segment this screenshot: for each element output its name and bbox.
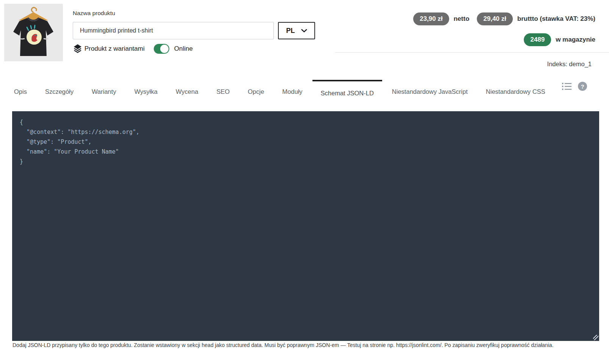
variants-label: Produkt z wariantami (84, 45, 145, 53)
net-price-label: netto (454, 15, 470, 23)
stock-count-badge: 2489 (524, 33, 551, 46)
net-price-badge: 23,90 zł (413, 12, 449, 25)
tab-tools: ? (562, 82, 587, 91)
json-ld-editor[interactable]: { "@context": "https://schema.org", "@ty… (12, 111, 599, 341)
variants-row: Produkt z wariantami Online (73, 43, 193, 54)
product-index: Indeks: demo_1 (547, 61, 592, 68)
tab-wycena[interactable]: Wycena (176, 88, 198, 95)
tab-niestandardowy-javascript[interactable]: Niestandardowy JavaScript (392, 88, 468, 95)
language-code: PL (286, 27, 295, 35)
stock-label: w magazynie (556, 36, 595, 44)
product-thumbnail[interactable] (4, 4, 63, 61)
stock-row: 2489 w magazynie (524, 33, 595, 46)
language-selector[interactable]: PL (278, 22, 315, 39)
header-divider (335, 52, 609, 53)
chevron-down-icon (301, 29, 307, 33)
variants-icon (73, 44, 82, 53)
price-row: 23,90 zł netto 29,40 zł bruttto (stawka … (413, 12, 595, 25)
online-toggle[interactable] (154, 44, 169, 54)
product-edit-page: Nazwa produktu PL Produkt z wariantami O… (0, 0, 609, 364)
gross-price-badge: 29,40 zł (477, 12, 513, 25)
tab-opis[interactable]: Opis (14, 88, 27, 95)
product-name-input[interactable] (73, 22, 274, 39)
product-tabbar: Opis Szczegóły Warianty Wysyłka Wycena S… (14, 88, 545, 95)
json-ld-help-text: Dodaj JSON-LD przypisany tylko do tego p… (12, 342, 603, 348)
tab-seo[interactable]: SEO (216, 88, 230, 95)
tab-moduly[interactable]: Moduły (282, 88, 302, 95)
tab-szczegoly[interactable]: Szczegóły (45, 88, 73, 95)
help-icon[interactable]: ? (578, 82, 587, 91)
online-label: Online (174, 45, 193, 53)
tab-opcje[interactable]: Opcje (248, 88, 264, 95)
t-shirt-image (4, 4, 63, 61)
product-name-label: Nazwa produktu (73, 10, 115, 17)
tab-warianty[interactable]: Warianty (92, 88, 116, 95)
tab-wysylka[interactable]: Wysyłka (134, 88, 158, 95)
json-ld-editor-wrap: { "@context": "https://schema.org", "@ty… (12, 111, 599, 341)
tab-niestandardowy-css[interactable]: Niestandardowy CSS (486, 88, 545, 95)
toggle-knob (160, 45, 169, 53)
resize-handle-icon[interactable] (593, 335, 598, 340)
gross-price-label: bruttto (stawka VAT: 23%) (517, 15, 595, 23)
tab-schemat-json-ld[interactable]: Schemat JSON-LD (321, 89, 374, 97)
list-icon[interactable] (562, 83, 572, 90)
